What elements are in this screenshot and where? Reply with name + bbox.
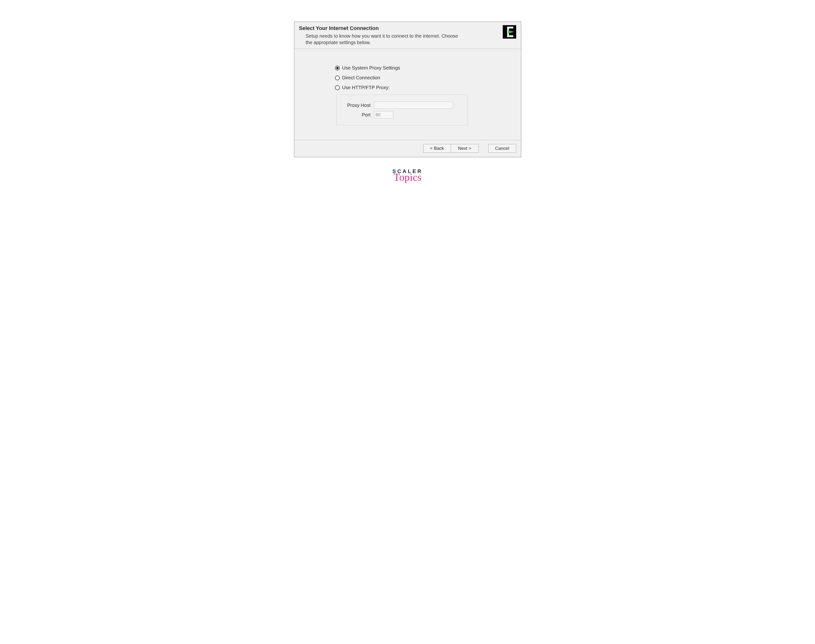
radio-icon [335,66,340,71]
scaler-topics-watermark: SCALER Topics [385,168,430,182]
radio-use-system-proxy[interactable]: Use System Proxy Settings [335,65,516,71]
next-button[interactable]: Next > [451,144,479,153]
proxy-port-label: Port [342,112,371,118]
dialog-title: Select Your Internet Connection [299,25,500,31]
dialog-footer: < Back Next > Cancel [294,140,521,157]
dialog-header: Select Your Internet Connection Setup ne… [294,22,521,49]
proxy-host-label: Proxy Host [342,103,371,108]
connection-options: Use System Proxy Settings Direct Connect… [335,65,516,125]
dialog-body: Use System Proxy Settings Direct Connect… [294,49,521,140]
setup-dialog: Select Your Internet Connection Setup ne… [294,21,521,157]
proxy-port-row: Port [342,111,462,118]
cygwin-logo-icon [503,25,516,38]
dialog-description: Setup needs to know how you want it to c… [306,33,461,46]
radio-label: Direct Connection [342,75,380,81]
proxy-port-input[interactable] [374,111,393,118]
radio-label: Use System Proxy Settings [342,65,400,71]
radio-label: Use HTTP/FTP Proxy: [342,85,390,90]
nav-button-group: < Back Next > [423,144,479,153]
dialog-header-text: Select Your Internet Connection Setup ne… [299,25,500,46]
radio-icon [335,85,340,90]
radio-use-http-ftp-proxy[interactable]: Use HTTP/FTP Proxy: [335,85,516,90]
radio-direct-connection[interactable]: Direct Connection [335,75,516,81]
cancel-button[interactable]: Cancel [489,144,516,153]
radio-icon [335,75,340,80]
back-button[interactable]: < Back [423,144,451,153]
proxy-host-row: Proxy Host [342,102,462,109]
proxy-settings-group: Proxy Host Port [337,95,468,125]
watermark-line2: Topics [385,172,430,182]
proxy-host-input[interactable] [374,102,453,109]
